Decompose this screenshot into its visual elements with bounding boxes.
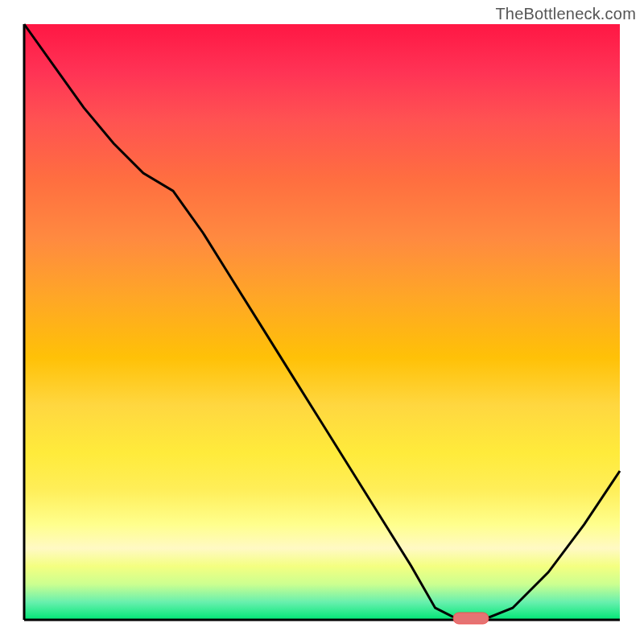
watermark-text: TheBottleneck.com	[495, 5, 636, 23]
chart-svg	[24, 24, 620, 620]
chart-container: TheBottleneck.com	[0, 0, 644, 644]
chart-plot-area	[24, 24, 620, 620]
optimal-point-marker	[453, 613, 489, 624]
bottleneck-curve	[24, 24, 620, 620]
